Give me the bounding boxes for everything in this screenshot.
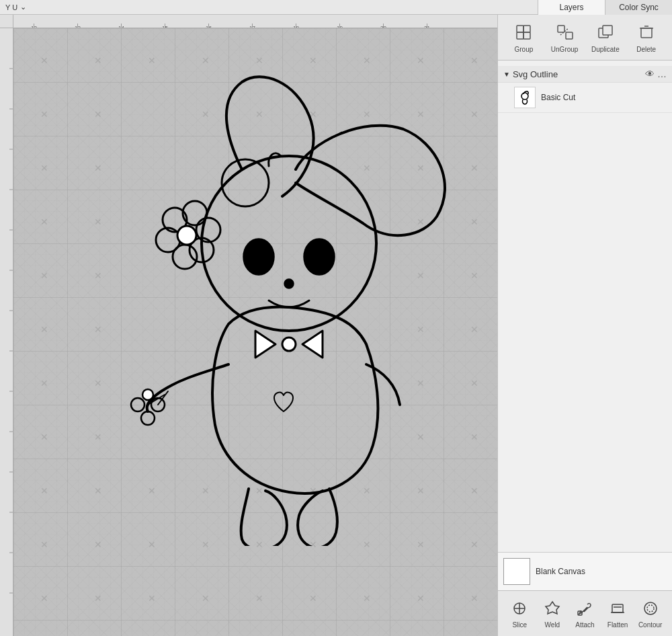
bottom-canvas-area: Blank Canvas (498, 552, 672, 590)
ruler-tick-14: 14 (121, 24, 122, 28)
svg-rect-42 (641, 28, 652, 38)
svg-point-45 (521, 93, 528, 100)
slice-icon (509, 598, 530, 619)
blank-canvas-label: Blank Canvas (536, 567, 585, 576)
tabs-right: Layers Color Sync (538, 0, 672, 15)
svg-rect-36 (517, 32, 523, 39)
bottom-toolbar: Slice Weld Attach (498, 590, 672, 636)
layers-toolbar: Group UnGroup (498, 15, 672, 61)
slice-button[interactable]: Slice (505, 598, 534, 629)
group-button[interactable]: Group (507, 22, 540, 53)
attach-button[interactable]: Attach (570, 598, 599, 629)
svg-point-23 (244, 239, 274, 274)
canvas-with-ruler: ✕ ✕ ✕ ✕ ✕ ✕ ✕ ✕ ✕ ✕ ✕ ✕ ✕ ✕ ✕ ✕ ✕ ✕ ✕ ✕ (0, 28, 497, 636)
delete-button[interactable]: Delete (630, 22, 663, 53)
top-bar-left: Y U ⌄ (0, 3, 538, 11)
ruler-tick-17: 17 (252, 24, 253, 28)
canvas-content[interactable]: ✕ ✕ ✕ ✕ ✕ ✕ ✕ ✕ ✕ ✕ ✕ ✕ ✕ ✕ ✕ ✕ ✕ ✕ ✕ ✕ (13, 28, 497, 636)
layer-group-arrow-icon: ▼ (503, 71, 510, 78)
contour-label: Contour (638, 621, 663, 629)
svg-rect-50 (612, 604, 623, 612)
ruler-tick-15: 15 (165, 24, 165, 28)
group-label: Group (514, 46, 533, 53)
svg-point-22 (177, 226, 196, 245)
contour-icon (640, 598, 661, 619)
visibility-icon[interactable]: 👁 (645, 69, 655, 79)
flatten-icon (607, 598, 628, 619)
slice-label: Slice (512, 621, 527, 629)
svg-rect-34 (523, 32, 530, 39)
ruler-vertical (0, 28, 13, 636)
svg-point-28 (131, 398, 144, 411)
character-illustration[interactable] (108, 62, 457, 546)
svg-rect-35 (523, 26, 530, 32)
weld-icon (542, 598, 562, 619)
svg-rect-41 (603, 26, 612, 35)
layer-thumbnail (514, 87, 536, 108)
right-panel: Group UnGroup (497, 15, 672, 636)
svg-point-14 (202, 156, 376, 331)
contour-button[interactable]: Contour (636, 598, 665, 629)
ungroup-label: UnGroup (551, 46, 579, 53)
svg-point-27 (141, 411, 155, 425)
svg-rect-37 (558, 26, 564, 32)
ungroup-button[interactable]: UnGroup (548, 22, 581, 53)
more-options-icon[interactable]: … (657, 69, 667, 79)
ruler-tick-20: 20 (383, 24, 384, 28)
svg-point-19 (183, 201, 207, 225)
layer-item-label: Basic Cut (541, 93, 575, 102)
ruler-tick-13: 13 (77, 24, 78, 28)
weld-label: Weld (545, 621, 560, 629)
delete-label: Delete (636, 46, 656, 53)
duplicate-icon (595, 22, 616, 43)
flatten-button[interactable]: Flatten (603, 598, 632, 629)
svg-rect-33 (517, 26, 523, 32)
ruler-corner (0, 15, 13, 28)
ruler-tick-19: 19 (339, 24, 340, 28)
top-bar-arrow: ⌄ (20, 3, 26, 11)
layer-item-basic-cut[interactable]: Basic Cut (498, 83, 672, 113)
group-icon (513, 22, 534, 43)
main-area: 12 13 14 15 (0, 15, 672, 636)
ruler-horizontal: 12 13 14 15 (13, 15, 497, 28)
layer-group-name: Svg Outline (513, 69, 642, 79)
duplicate-button[interactable]: Duplicate (589, 22, 622, 53)
duplicate-label: Duplicate (591, 46, 620, 53)
attach-icon (575, 598, 595, 619)
layers-panel: ▼ Svg Outline 👁 … Basic Cut (498, 61, 672, 552)
tab-layers[interactable]: Layers (538, 0, 605, 15)
layer-group-svg-outline: ▼ Svg Outline 👁 … Basic Cut (498, 66, 672, 113)
ungroup-icon (554, 22, 575, 43)
ruler-tick-18: 18 (296, 24, 296, 28)
ruler-tick-16: 16 (208, 24, 209, 28)
tab-color-sync[interactable]: Color Sync (605, 0, 672, 15)
ruler-h-inner: 12 13 14 15 (13, 15, 497, 28)
flatten-label: Flatten (607, 621, 628, 629)
blank-canvas-thumbnail (503, 558, 530, 585)
svg-rect-38 (566, 32, 573, 39)
ruler-tick-21: 21 (427, 24, 427, 28)
top-bar-text: Y U (5, 3, 17, 11)
svg-point-24 (304, 239, 334, 274)
ruler-tick-12: 12 (34, 24, 34, 28)
layer-group-header[interactable]: ▼ Svg Outline 👁 … (498, 66, 672, 83)
top-bar: Y U ⌄ Layers Color Sync (0, 0, 672, 15)
svg-point-25 (285, 280, 293, 288)
attach-label: Attach (575, 621, 594, 629)
weld-button[interactable]: Weld (538, 598, 567, 629)
delete-icon (636, 22, 657, 43)
svg-point-54 (647, 605, 654, 612)
svg-point-26 (282, 337, 296, 351)
svg-point-30 (142, 389, 153, 400)
canvas-area: 12 13 14 15 (0, 15, 497, 636)
svg-point-53 (644, 602, 657, 614)
